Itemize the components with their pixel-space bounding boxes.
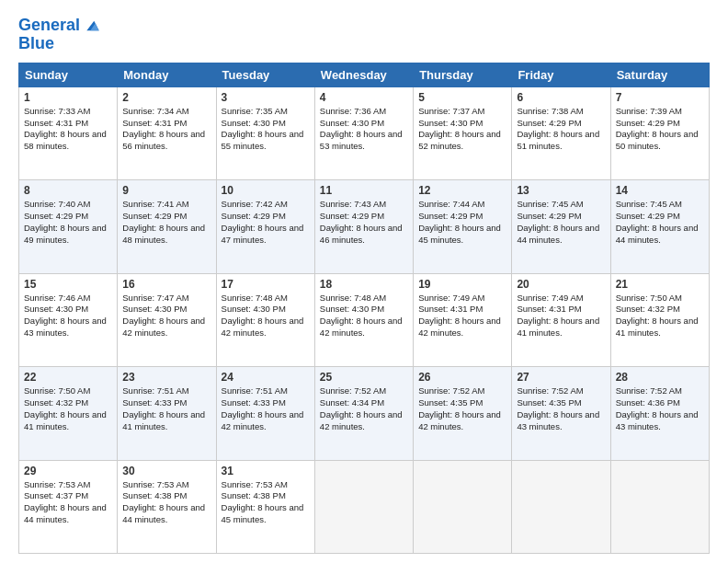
day-number: 18 bbox=[320, 278, 408, 291]
calendar-day-cell: 21 Sunrise: 7:50 AMSunset: 4:32 PMDaylig… bbox=[610, 273, 709, 366]
weekday-header: Saturday bbox=[610, 63, 709, 86]
calendar-day-cell bbox=[512, 460, 610, 553]
day-info: Sunrise: 7:38 AMSunset: 4:29 PMDaylight:… bbox=[517, 106, 599, 151]
calendar-day-cell: 13 Sunrise: 7:45 AMSunset: 4:29 PMDaylig… bbox=[512, 180, 610, 273]
calendar-day-cell: 22 Sunrise: 7:50 AMSunset: 4:32 PMDaylig… bbox=[19, 367, 118, 460]
calendar-day-cell: 17 Sunrise: 7:48 AMSunset: 4:30 PMDaylig… bbox=[216, 273, 314, 366]
day-number: 28 bbox=[616, 371, 704, 384]
day-info: Sunrise: 7:48 AMSunset: 4:30 PMDaylight:… bbox=[222, 293, 304, 338]
day-number: 30 bbox=[122, 465, 210, 477]
calendar-week-row: 29 Sunrise: 7:53 AMSunset: 4:37 PMDaylig… bbox=[19, 460, 710, 553]
logo: General Blue bbox=[18, 17, 100, 53]
day-number: 6 bbox=[517, 91, 605, 104]
day-number: 29 bbox=[24, 465, 112, 477]
calendar-day-cell: 1 Sunrise: 7:33 AMSunset: 4:31 PMDayligh… bbox=[19, 86, 118, 179]
day-info: Sunrise: 7:51 AMSunset: 4:33 PMDaylight:… bbox=[222, 385, 304, 431]
day-number: 20 bbox=[517, 278, 605, 291]
logo-icon bbox=[82, 17, 100, 35]
calendar-day-cell: 25 Sunrise: 7:52 AMSunset: 4:34 PMDaylig… bbox=[314, 367, 413, 460]
day-number: 1 bbox=[24, 91, 112, 104]
day-info: Sunrise: 7:51 AMSunset: 4:33 PMDaylight:… bbox=[122, 385, 205, 431]
calendar-day-cell: 26 Sunrise: 7:52 AMSunset: 4:35 PMDaylig… bbox=[414, 367, 512, 460]
day-number: 10 bbox=[222, 184, 310, 197]
calendar-day-cell: 23 Sunrise: 7:51 AMSunset: 4:33 PMDaylig… bbox=[118, 367, 216, 460]
calendar-day-cell: 28 Sunrise: 7:52 AMSunset: 4:36 PMDaylig… bbox=[610, 367, 709, 460]
header: General Blue bbox=[18, 17, 710, 53]
page: General Blue SundayMondayTuesdayWednesda… bbox=[0, 0, 728, 563]
day-number: 5 bbox=[418, 91, 506, 104]
day-info: Sunrise: 7:46 AMSunset: 4:30 PMDaylight:… bbox=[24, 293, 107, 338]
day-info: Sunrise: 7:50 AMSunset: 4:32 PMDaylight:… bbox=[616, 293, 699, 338]
day-number: 22 bbox=[24, 371, 112, 384]
logo-subtext: Blue bbox=[18, 35, 100, 53]
day-info: Sunrise: 7:39 AMSunset: 4:29 PMDaylight:… bbox=[616, 106, 699, 151]
day-number: 7 bbox=[616, 91, 704, 104]
calendar-day-cell: 18 Sunrise: 7:48 AMSunset: 4:30 PMDaylig… bbox=[314, 273, 413, 366]
calendar-day-cell: 6 Sunrise: 7:38 AMSunset: 4:29 PMDayligh… bbox=[512, 86, 610, 179]
day-number: 8 bbox=[24, 184, 112, 197]
day-info: Sunrise: 7:42 AMSunset: 4:29 PMDaylight:… bbox=[222, 199, 304, 244]
calendar-header-row: SundayMondayTuesdayWednesdayThursdayFrid… bbox=[19, 63, 710, 86]
calendar-day-cell: 2 Sunrise: 7:34 AMSunset: 4:31 PMDayligh… bbox=[118, 86, 216, 179]
weekday-header: Wednesday bbox=[314, 63, 413, 86]
day-number: 3 bbox=[222, 91, 310, 104]
calendar-day-cell bbox=[610, 460, 709, 553]
day-info: Sunrise: 7:50 AMSunset: 4:32 PMDaylight:… bbox=[24, 385, 107, 431]
day-info: Sunrise: 7:48 AMSunset: 4:30 PMDaylight:… bbox=[320, 293, 403, 338]
day-info: Sunrise: 7:43 AMSunset: 4:29 PMDaylight:… bbox=[320, 199, 403, 244]
calendar-day-cell: 3 Sunrise: 7:35 AMSunset: 4:30 PMDayligh… bbox=[216, 86, 314, 179]
day-info: Sunrise: 7:52 AMSunset: 4:34 PMDaylight:… bbox=[320, 385, 403, 431]
calendar-day-cell: 12 Sunrise: 7:44 AMSunset: 4:29 PMDaylig… bbox=[414, 180, 512, 273]
calendar-day-cell: 5 Sunrise: 7:37 AMSunset: 4:30 PMDayligh… bbox=[414, 86, 512, 179]
day-number: 4 bbox=[320, 91, 408, 104]
day-info: Sunrise: 7:53 AMSunset: 4:38 PMDaylight:… bbox=[222, 479, 304, 524]
calendar-week-row: 8 Sunrise: 7:40 AMSunset: 4:29 PMDayligh… bbox=[19, 180, 710, 273]
calendar-day-cell: 30 Sunrise: 7:53 AMSunset: 4:38 PMDaylig… bbox=[118, 460, 216, 553]
day-number: 23 bbox=[122, 371, 210, 384]
day-info: Sunrise: 7:37 AMSunset: 4:30 PMDaylight:… bbox=[418, 106, 501, 151]
calendar-day-cell: 8 Sunrise: 7:40 AMSunset: 4:29 PMDayligh… bbox=[19, 180, 118, 273]
day-info: Sunrise: 7:36 AMSunset: 4:30 PMDaylight:… bbox=[320, 106, 403, 151]
calendar-day-cell bbox=[314, 460, 413, 553]
weekday-header: Tuesday bbox=[216, 63, 314, 86]
calendar-day-cell: 9 Sunrise: 7:41 AMSunset: 4:29 PMDayligh… bbox=[118, 180, 216, 273]
calendar-day-cell: 11 Sunrise: 7:43 AMSunset: 4:29 PMDaylig… bbox=[314, 180, 413, 273]
day-number: 2 bbox=[122, 91, 210, 104]
calendar-day-cell: 29 Sunrise: 7:53 AMSunset: 4:37 PMDaylig… bbox=[19, 460, 118, 553]
day-number: 21 bbox=[616, 278, 704, 291]
day-info: Sunrise: 7:34 AMSunset: 4:31 PMDaylight:… bbox=[122, 106, 205, 151]
day-info: Sunrise: 7:52 AMSunset: 4:35 PMDaylight:… bbox=[517, 385, 599, 431]
day-info: Sunrise: 7:52 AMSunset: 4:35 PMDaylight:… bbox=[418, 385, 501, 431]
day-number: 13 bbox=[517, 184, 605, 197]
day-info: Sunrise: 7:49 AMSunset: 4:31 PMDaylight:… bbox=[418, 293, 501, 338]
day-info: Sunrise: 7:45 AMSunset: 4:29 PMDaylight:… bbox=[517, 199, 599, 244]
weekday-header: Friday bbox=[512, 63, 610, 86]
day-info: Sunrise: 7:49 AMSunset: 4:31 PMDaylight:… bbox=[517, 293, 599, 338]
weekday-header: Sunday bbox=[19, 63, 118, 86]
calendar-week-row: 1 Sunrise: 7:33 AMSunset: 4:31 PMDayligh… bbox=[19, 86, 710, 179]
calendar-day-cell: 15 Sunrise: 7:46 AMSunset: 4:30 PMDaylig… bbox=[19, 273, 118, 366]
day-number: 9 bbox=[122, 184, 210, 197]
day-info: Sunrise: 7:45 AMSunset: 4:29 PMDaylight:… bbox=[616, 199, 699, 244]
day-info: Sunrise: 7:47 AMSunset: 4:30 PMDaylight:… bbox=[122, 293, 205, 338]
day-info: Sunrise: 7:52 AMSunset: 4:36 PMDaylight:… bbox=[616, 385, 699, 431]
calendar-day-cell: 7 Sunrise: 7:39 AMSunset: 4:29 PMDayligh… bbox=[610, 86, 709, 179]
day-info: Sunrise: 7:41 AMSunset: 4:29 PMDaylight:… bbox=[122, 199, 205, 244]
calendar-day-cell: 24 Sunrise: 7:51 AMSunset: 4:33 PMDaylig… bbox=[216, 367, 314, 460]
calendar-day-cell: 19 Sunrise: 7:49 AMSunset: 4:31 PMDaylig… bbox=[414, 273, 512, 366]
day-number: 27 bbox=[517, 371, 605, 384]
day-info: Sunrise: 7:40 AMSunset: 4:29 PMDaylight:… bbox=[24, 199, 107, 244]
day-number: 14 bbox=[616, 184, 704, 197]
weekday-header: Monday bbox=[118, 63, 216, 86]
calendar-day-cell: 14 Sunrise: 7:45 AMSunset: 4:29 PMDaylig… bbox=[610, 180, 709, 273]
day-info: Sunrise: 7:53 AMSunset: 4:37 PMDaylight:… bbox=[24, 479, 107, 524]
calendar-day-cell: 4 Sunrise: 7:36 AMSunset: 4:30 PMDayligh… bbox=[314, 86, 413, 179]
day-number: 17 bbox=[222, 278, 310, 291]
calendar-day-cell: 31 Sunrise: 7:53 AMSunset: 4:38 PMDaylig… bbox=[216, 460, 314, 553]
day-number: 12 bbox=[418, 184, 506, 197]
day-info: Sunrise: 7:35 AMSunset: 4:30 PMDaylight:… bbox=[222, 106, 304, 151]
day-number: 19 bbox=[418, 278, 506, 291]
day-number: 11 bbox=[320, 184, 408, 197]
day-number: 25 bbox=[320, 371, 408, 384]
calendar-day-cell: 27 Sunrise: 7:52 AMSunset: 4:35 PMDaylig… bbox=[512, 367, 610, 460]
